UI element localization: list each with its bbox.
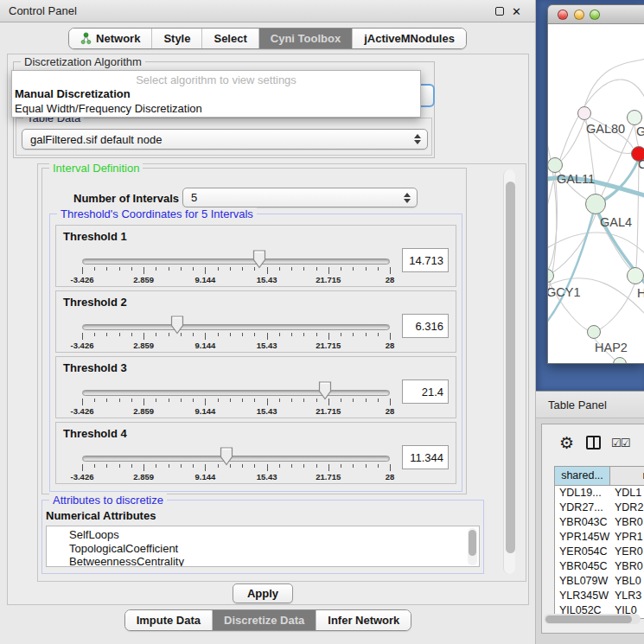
table-row[interactable]: YBR045CYBR0 bbox=[555, 559, 644, 574]
close-traffic-light-icon[interactable] bbox=[558, 10, 568, 20]
network-window-titlebar bbox=[548, 5, 644, 24]
column-header[interactable]: shared... bbox=[555, 467, 610, 485]
threshold-slider-track[interactable] bbox=[82, 258, 390, 265]
discretization-algorithm-title: Discretization Algorithm bbox=[21, 55, 145, 68]
threshold-slider-track[interactable] bbox=[82, 390, 390, 396]
table-cell: YDL1 bbox=[610, 486, 644, 501]
slider-tick-labels: -3.4262.8599.14415.4321.71528 bbox=[82, 406, 390, 417]
network-node[interactable] bbox=[578, 107, 591, 120]
network-view[interactable]: GAL80GACGAL11GAL4GCY1HHAP2 bbox=[548, 24, 644, 364]
control-panel: Control Panel ✕ NetworkStyleSelectCyni T… bbox=[0, 0, 536, 644]
network-edge bbox=[548, 172, 557, 270]
network-edge bbox=[636, 162, 639, 267]
network-edge-highlighted bbox=[601, 161, 638, 202]
dropdown-item-manual-discretization[interactable]: Manual Discretization bbox=[12, 86, 420, 101]
threshold-slider-track[interactable] bbox=[82, 324, 390, 330]
threshold-label: Threshold 4 bbox=[63, 427, 127, 440]
node-label: GAL4 bbox=[600, 215, 632, 229]
table-row[interactable]: YLR345WYLR3 bbox=[555, 589, 644, 603]
tab-label: Select bbox=[214, 32, 246, 45]
threshold-value-field[interactable]: 21.4 bbox=[402, 379, 449, 404]
tab-jactivemnodules[interactable]: jActiveMNodules bbox=[352, 29, 466, 48]
close-icon[interactable]: ✕ bbox=[512, 6, 521, 17]
desktop-background: GAL80GACGAL11GAL4GCY1HHAP2 bbox=[536, 0, 644, 391]
number-of-intervals-label: Number of Intervals bbox=[73, 192, 179, 205]
network-node[interactable] bbox=[586, 194, 606, 214]
minimize-traffic-light-icon[interactable] bbox=[574, 10, 584, 20]
table-data-select[interactable]: galFiltered.sif default node bbox=[22, 129, 428, 150]
tab-style[interactable]: Style bbox=[151, 29, 201, 48]
tab-network[interactable]: Network bbox=[69, 29, 151, 48]
node-label: GA bbox=[636, 124, 644, 138]
network-node[interactable] bbox=[548, 158, 563, 173]
table-cell: YBR0 bbox=[610, 559, 644, 574]
dropdown-item-equal-width-frequency[interactable]: Equal Width/Frequency Discretization bbox=[12, 101, 420, 116]
columns-icon[interactable] bbox=[586, 436, 601, 450]
network-node[interactable] bbox=[588, 326, 601, 339]
network-node[interactable] bbox=[614, 358, 627, 365]
tab-label: Discretize Data bbox=[224, 614, 304, 627]
tab-infer-network[interactable]: Infer Network bbox=[316, 610, 411, 630]
tab-label: Impute Data bbox=[137, 614, 201, 627]
checkboxes-icon[interactable]: ☑☑ bbox=[611, 437, 629, 450]
network-edge bbox=[558, 120, 584, 163]
network-edge bbox=[600, 284, 634, 329]
node-label: C bbox=[638, 157, 644, 171]
table-row[interactable]: YER054CYER0 bbox=[555, 545, 644, 559]
table-horizontal-scrollbar[interactable] bbox=[544, 614, 641, 624]
spinner-arrows-icon bbox=[414, 134, 421, 144]
network-node[interactable] bbox=[628, 111, 642, 125]
threshold-4-panel: Threshold 4-3.4262.8599.14415.4321.71528… bbox=[55, 422, 456, 484]
tab-discretize-data[interactable]: Discretize Data bbox=[212, 610, 316, 630]
bottom-tabbar: Impute DataDiscretize DataInfer Network bbox=[0, 607, 536, 644]
table-panel-inner: ⚙ ☑☑ shared...na YDL19...YDL1YDR27...YDR… bbox=[541, 424, 644, 634]
column-header[interactable]: na bbox=[610, 467, 644, 485]
table-row[interactable]: YBL079WYBL0 bbox=[555, 574, 644, 589]
threshold-3-panel: Threshold 3-3.4262.8599.14415.4321.71528… bbox=[55, 356, 456, 418]
table-row[interactable]: YDR27...YDR2 bbox=[555, 501, 644, 515]
float-window-icon[interactable] bbox=[495, 7, 504, 16]
threshold-slider-thumb[interactable] bbox=[318, 381, 332, 400]
interval-definition-group: Interval Definition Number of Intervals … bbox=[41, 168, 467, 494]
table-panel: ⚙ ☑☑ shared...na YDL19...YDL1YDR27...YDR… bbox=[536, 418, 644, 644]
table-panel-title: Table Panel bbox=[548, 399, 607, 411]
tab-impute-data[interactable]: Impute Data bbox=[125, 610, 212, 630]
table-cell: YDR2 bbox=[610, 501, 644, 515]
control-panel-tabbar: NetworkStyleSelectCyni ToolboxjActiveMNo… bbox=[0, 22, 535, 54]
slider-ticks bbox=[82, 399, 390, 405]
threshold-slider-track[interactable] bbox=[82, 456, 390, 462]
slider-ticks bbox=[82, 267, 390, 274]
table-row[interactable]: YBR043CYBR0 bbox=[555, 515, 644, 530]
threshold-value-field[interactable]: 6.316 bbox=[402, 314, 449, 338]
tab-label: jActiveMNodules bbox=[364, 32, 455, 45]
gear-icon[interactable]: ⚙ bbox=[559, 435, 574, 451]
attributes-scrollbar[interactable] bbox=[468, 528, 477, 565]
network-edge bbox=[584, 59, 644, 107]
table-toolbar: ⚙ ☑☑ bbox=[542, 424, 644, 461]
attribute-item[interactable]: SelfLoops bbox=[47, 528, 479, 542]
table-cell: YBL0 bbox=[610, 574, 644, 589]
tab-cyni-toolbox[interactable]: Cyni Toolbox bbox=[258, 29, 352, 48]
threshold-slider-thumb[interactable] bbox=[252, 250, 266, 269]
table-row[interactable]: YPR145WYPR1 bbox=[555, 530, 644, 545]
node-label: GCY1 bbox=[548, 285, 581, 299]
table-cell: YLR3 bbox=[610, 589, 644, 603]
threshold-slider-thumb[interactable] bbox=[220, 447, 233, 466]
tab-label: Network bbox=[96, 32, 140, 45]
table-row[interactable]: YDL19...YDL1 bbox=[555, 486, 644, 501]
threshold-value-field[interactable]: 14.713 bbox=[402, 248, 449, 272]
threshold-value-field[interactable]: 11.344 bbox=[402, 445, 449, 469]
slider-ticks bbox=[82, 333, 390, 340]
table-header-row: shared...na bbox=[555, 467, 644, 486]
zoom-traffic-light-icon[interactable] bbox=[590, 10, 600, 20]
number-of-intervals-spinner[interactable]: 5 bbox=[182, 188, 418, 207]
settings-scrollbar[interactable] bbox=[503, 169, 515, 574]
apply-button[interactable]: Apply bbox=[233, 583, 293, 603]
tab-select[interactable]: Select bbox=[201, 29, 258, 48]
table-cell: YPR1 bbox=[610, 530, 644, 545]
attribute-item[interactable]: BetweennessCentrality bbox=[47, 555, 479, 567]
network-node[interactable] bbox=[628, 268, 644, 284]
threshold-slider-thumb[interactable] bbox=[170, 316, 184, 335]
algorithm-dropdown-popup: Select algorithm to view settings Manual… bbox=[11, 70, 421, 118]
attribute-item[interactable]: TopologicalCoefficient bbox=[47, 542, 479, 556]
